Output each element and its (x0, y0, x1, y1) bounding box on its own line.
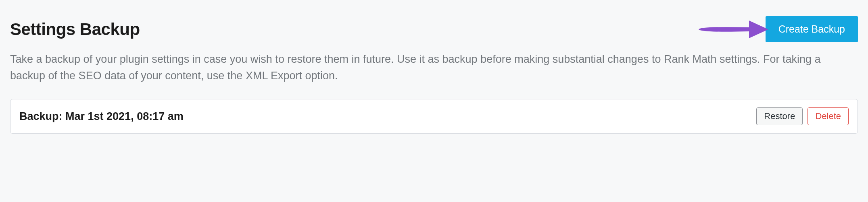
button-group: Restore Delete (756, 107, 849, 125)
arrow-annotation-icon (697, 17, 769, 41)
header-row: Settings Backup Create Backup (10, 16, 858, 42)
create-backup-button[interactable]: Create Backup (766, 16, 858, 42)
restore-button[interactable]: Restore (756, 107, 803, 125)
delete-button[interactable]: Delete (807, 107, 849, 125)
backup-row: Backup: Mar 1st 2021, 08:17 am Restore D… (10, 99, 858, 134)
section-title: Settings Backup (10, 20, 140, 39)
backup-label: Backup: Mar 1st 2021, 08:17 am (19, 110, 184, 123)
section-description: Take a backup of your plugin settings in… (10, 51, 858, 84)
